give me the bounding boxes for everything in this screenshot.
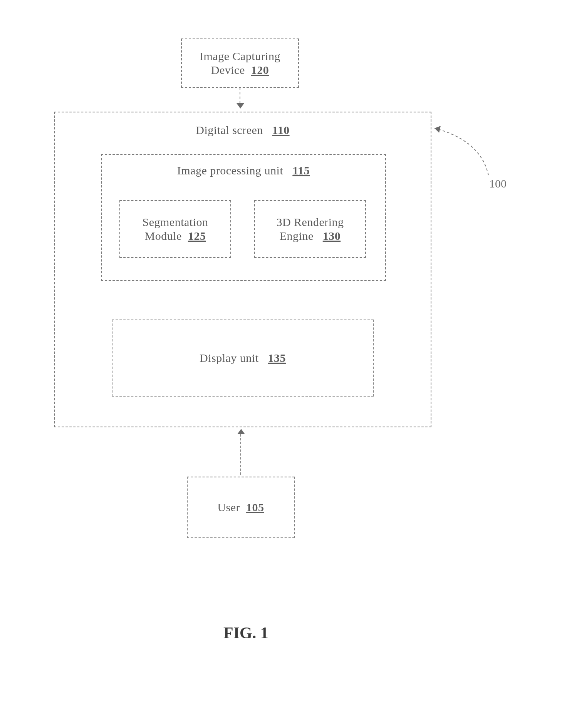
diagram-canvas: Image Capturing Device 120 Digital scree…: [0, 0, 562, 728]
block-segmentation-module: Segmentation Module 125: [119, 200, 231, 258]
arrow-user-to-screen: [240, 434, 242, 475]
block-num: 115: [292, 164, 310, 177]
arrowhead-down-1: [237, 103, 244, 109]
block-text: User: [217, 501, 240, 514]
block-label: User 105: [217, 500, 264, 514]
block-num: 130: [323, 229, 341, 242]
block-text: Digital screen: [196, 124, 263, 136]
digital-screen-title: Digital screen 110: [54, 123, 431, 137]
svg-marker-0: [435, 126, 441, 133]
block-num: 105: [246, 501, 264, 514]
block-label: 3D Rendering Engine 130: [260, 215, 361, 243]
block-text: Display unit: [200, 351, 259, 364]
block-num: 110: [272, 124, 290, 136]
block-3d-rendering-engine: 3D Rendering Engine 130: [254, 200, 366, 258]
block-display-unit: Display unit 135: [112, 320, 374, 397]
block-image-capturing-device: Image Capturing Device 120: [181, 38, 299, 88]
arrow-capturing-to-screen: [240, 88, 241, 103]
block-num: 125: [188, 229, 206, 242]
pointer-curve-100: [431, 125, 496, 183]
block-text: Image processing unit: [177, 164, 283, 177]
arrowhead-up-1: [237, 429, 245, 434]
ipu-title: Image processing unit 115: [101, 164, 386, 177]
block-label: Image Capturing Device 120: [186, 49, 294, 77]
block-num: 120: [251, 64, 269, 76]
reference-label-100: 100: [489, 177, 507, 190]
figure-caption: FIG. 1: [223, 624, 268, 642]
block-label: Segmentation Module 125: [125, 215, 226, 243]
block-user: User 105: [187, 477, 295, 538]
block-num: 135: [268, 351, 286, 364]
block-label: Display unit 135: [200, 351, 286, 365]
